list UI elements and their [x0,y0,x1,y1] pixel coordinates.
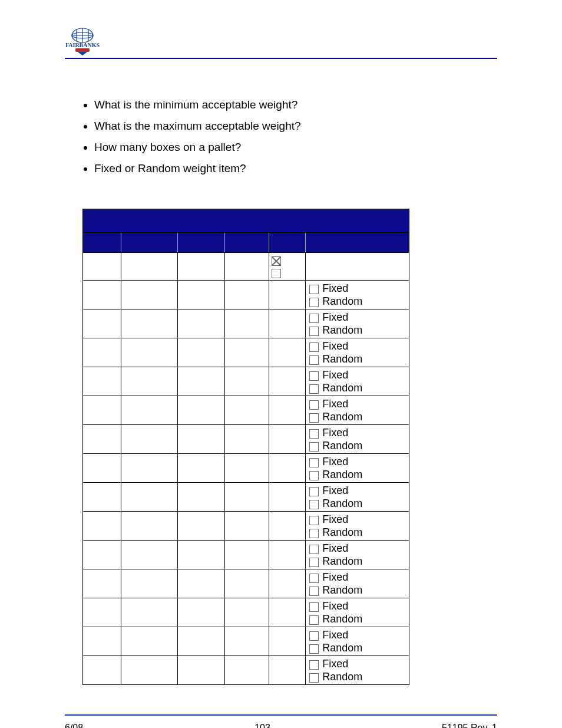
checkbox-icon[interactable] [309,615,319,625]
bullet-item: Fixed or Random weight item? [94,158,497,179]
checkbox-icon[interactable] [309,471,319,480]
option-fixed-label: Fixed [322,629,348,641]
checkbox-icon[interactable] [309,574,319,583]
option-fixed-label: Fixed [322,369,348,381]
option-fixed-label: Fixed [322,600,348,612]
checkbox-icon[interactable] [309,516,319,525]
option-random-label: Random [322,526,362,538]
checkbox-icon[interactable] [272,269,281,278]
option-fixed-label: Fixed [322,571,348,583]
option-random-label: Random [322,295,362,307]
option-random-label: Random [322,642,362,654]
checkbox-icon[interactable] [309,285,319,294]
table-header-row [83,233,409,253]
footer-rule [65,714,497,716]
option-fixed-label: Fixed [322,658,348,670]
option-fixed-label: Fixed [322,340,348,352]
fairbanks-logo: FAIRBANKS [65,27,100,59]
bullet-item: How many boxes on a pallet? [94,137,497,158]
option-random-label: Random [322,411,362,423]
checkbox-icon[interactable] [309,545,319,554]
footer-page: 103 [254,723,270,728]
checkbox-icon[interactable] [309,355,319,365]
checkbox-icon[interactable] [309,602,319,612]
option-random-label: Random [322,613,362,625]
checkbox-icon[interactable] [309,429,319,439]
checkbox-icon[interactable] [309,400,319,410]
checkbox-icon[interactable] [309,371,319,381]
checkbox-icon[interactable] [309,558,319,567]
checkbox-icon[interactable] [309,500,319,509]
table-row: FixedRandom [83,454,409,483]
table-row [83,253,409,281]
option-random-label: Random [322,469,362,480]
table-row: FixedRandom [83,598,409,627]
option-fixed-label: Fixed [322,427,348,439]
page-header: FAIRBANKS [65,24,497,59]
checkbox-icon[interactable] [309,587,319,596]
table-row: FixedRandom [83,338,409,367]
table-row: FixedRandom [83,483,409,512]
option-fixed-label: Fixed [322,311,348,323]
table-row: FixedRandom [83,569,409,598]
option-random-label: Random [322,382,362,394]
option-fixed-label: Fixed [322,456,348,467]
option-random-label: Random [322,584,362,596]
checkbox-icon[interactable] [309,442,319,452]
checkbox-icon[interactable] [309,458,319,467]
table-row: FixedRandom [83,281,409,309]
option-random-label: Random [322,498,362,509]
table-row: FixedRandom [83,512,409,541]
option-random-label: Random [322,353,362,365]
option-fixed-label: Fixed [322,542,348,554]
checkbox-icon[interactable] [309,529,319,538]
checkbox-icon[interactable] [272,256,281,266]
option-fixed-label: Fixed [322,398,348,410]
table-row: FixedRandom [83,627,409,656]
checkbox-icon[interactable] [309,413,319,423]
question-list: What is the minimum acceptable weight? W… [65,94,497,179]
checkbox-icon[interactable] [309,673,319,683]
checkbox-icon[interactable] [309,298,319,307]
bullet-item: What is the minimum acceptable weight? [94,94,497,116]
table-title-row [83,209,409,233]
table-row: FixedRandom [83,656,409,685]
table-row: FixedRandom [83,396,409,425]
checkbox-icon[interactable] [309,660,319,670]
option-random-label: Random [322,440,362,452]
checkbox-icon[interactable] [309,342,319,352]
footer-doc: 51195 Rev. 1 [442,723,497,728]
checkbox-icon[interactable] [309,631,319,641]
svg-rect-7 [75,48,90,52]
plu-worksheet-table: FixedRandomFixedRandomFixedRandomFixedRa… [82,209,409,685]
option-fixed-label: Fixed [322,513,348,525]
checkbox-icon[interactable] [309,644,319,654]
svg-text:FAIRBANKS: FAIRBANKS [65,42,100,48]
option-random-label: Random [322,671,362,683]
option-fixed-label: Fixed [322,282,348,294]
option-random-label: Random [322,324,362,336]
checkbox-icon[interactable] [309,384,319,394]
option-fixed-label: Fixed [322,485,348,496]
page-footer: 6/08 103 51195 Rev. 1 [65,723,497,728]
table-row: FixedRandom [83,425,409,454]
bullet-item: What is the maximum acceptable weight? [94,116,497,137]
footer-date: 6/08 [65,723,83,728]
table-row: FixedRandom [83,309,409,338]
checkbox-icon[interactable] [309,314,319,323]
checkbox-icon[interactable] [309,487,319,496]
table-row: FixedRandom [83,541,409,569]
checkbox-icon[interactable] [309,327,319,336]
option-random-label: Random [322,555,362,567]
table-row: FixedRandom [83,367,409,396]
